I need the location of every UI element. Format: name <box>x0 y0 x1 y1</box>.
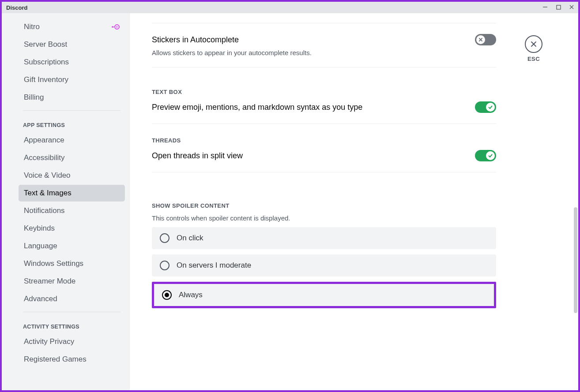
sidebar-item-label: Server Boost <box>24 40 67 49</box>
sidebar-item-label: Advanced <box>24 295 57 303</box>
section-description-spoiler: This controls when spoiler content is di… <box>152 214 496 222</box>
sidebar-item-subscriptions[interactable]: Subscriptions <box>19 54 125 71</box>
toggle-knob <box>476 35 485 44</box>
window-close-button[interactable] <box>568 4 576 11</box>
sidebar-item-label: Subscriptions <box>24 58 69 67</box>
sidebar-divider <box>23 312 121 312</box>
spoiler-option-servers-moderate[interactable]: On servers I moderate <box>152 254 496 276</box>
radio-icon <box>160 261 169 270</box>
window-maximize-button[interactable] <box>554 4 562 11</box>
toggle-threads-split-view[interactable] <box>475 150 496 161</box>
close-settings-button[interactable] <box>525 35 542 53</box>
sidebar-item-label: Nitro <box>24 22 40 31</box>
close-column: ESC <box>514 13 554 390</box>
section-header-text-box: TEXT BOX <box>152 89 496 95</box>
window-titlebar: Discord <box>2 2 578 13</box>
section-header-spoiler: SHOW SPOILER CONTENT <box>152 202 496 209</box>
settings-content: Stickers in Autocomplete Allows stickers… <box>130 13 514 390</box>
highlight-selected-option: Always <box>152 282 496 308</box>
radio-label: On servers I moderate <box>177 261 251 270</box>
sidebar-item-notifications[interactable]: Notifications <box>19 202 125 219</box>
sidebar-item-label: Registered Games <box>24 355 87 364</box>
radio-label: On click <box>177 234 203 243</box>
sidebar-item-label: Voice & Video <box>24 171 71 180</box>
radio-label: Always <box>179 291 203 299</box>
sidebar-item-text-images[interactable]: Text & Images <box>19 185 125 202</box>
sidebar-item-label: Notifications <box>24 206 65 215</box>
setting-title: Stickers in Autocomplete <box>152 35 239 45</box>
svg-point-5 <box>116 26 117 27</box>
setting-title: Open threads in split view <box>152 151 243 161</box>
sidebar-item-server-boost[interactable]: Server Boost <box>19 36 125 53</box>
sidebar-item-advanced[interactable]: Advanced <box>19 291 125 307</box>
close-icon <box>530 41 537 48</box>
window-minimize-button[interactable] <box>541 4 549 11</box>
sidebar-item-label: Accessibility <box>24 153 65 162</box>
setting-stickers-autocomplete: Stickers in Autocomplete Allows stickers… <box>152 23 496 67</box>
sidebar-item-windows-settings[interactable]: Windows Settings <box>19 255 125 272</box>
window-controls <box>541 4 576 11</box>
sidebar-item-label: Gift Inventory <box>24 75 68 84</box>
sidebar-item-gift-inventory[interactable]: Gift Inventory <box>19 71 125 88</box>
esc-label: ESC <box>514 56 554 62</box>
toggle-stickers-autocomplete[interactable] <box>475 34 496 45</box>
sidebar-item-registered-games[interactable]: Registered Games <box>19 351 125 368</box>
sidebar-item-language[interactable]: Language <box>19 238 125 254</box>
sidebar-item-label: Appearance <box>24 136 64 145</box>
svg-rect-6 <box>112 26 114 28</box>
app-name: Discord <box>6 4 27 11</box>
spoiler-option-on-click[interactable]: On click <box>152 227 496 249</box>
scrollbar-thumb[interactable] <box>574 207 577 313</box>
setting-description: Allows stickers to appear in your autoco… <box>152 49 496 56</box>
sidebar-item-accessibility[interactable]: Accessibility <box>19 149 125 166</box>
nitro-icon <box>112 23 120 31</box>
sidebar-item-label: Activity Privacy <box>24 337 74 346</box>
setting-threads-split-view: Open threads in split view <box>152 144 496 172</box>
radio-icon <box>162 290 172 300</box>
sidebar-item-streamer-mode[interactable]: Streamer Mode <box>19 273 125 290</box>
setting-preview-typing: Preview emoji, mentions, and markdown sy… <box>152 95 496 123</box>
section-header-threads: THREADS <box>152 137 496 144</box>
spoiler-option-always[interactable]: Always <box>154 284 494 306</box>
toggle-preview-typing[interactable] <box>475 101 496 113</box>
sidebar-item-label: Streamer Mode <box>24 277 75 286</box>
setting-title: Preview emoji, mentions, and markdown sy… <box>152 103 362 112</box>
sidebar-header-app-settings: APP SETTINGS <box>19 112 125 132</box>
sidebar-item-activity-privacy[interactable]: Activity Privacy <box>19 333 125 350</box>
sidebar-item-nitro[interactable]: Nitro <box>19 19 125 35</box>
sidebar-header-activity-settings: ACTIVITY SETTINGS <box>19 314 125 333</box>
sidebar-item-label: Keybinds <box>24 224 55 233</box>
sidebar-item-label: Text & Images <box>24 189 72 198</box>
toggle-knob <box>486 151 495 160</box>
settings-sidebar: Nitro Server Boost Subscriptions Gift In… <box>2 13 130 390</box>
sidebar-item-billing[interactable]: Billing <box>19 89 125 106</box>
sidebar-item-keybinds[interactable]: Keybinds <box>19 220 125 237</box>
radio-icon <box>160 233 169 243</box>
sidebar-item-voice-video[interactable]: Voice & Video <box>19 167 125 184</box>
sidebar-item-label: Windows Settings <box>24 259 83 268</box>
svg-rect-1 <box>557 5 561 9</box>
sidebar-item-appearance[interactable]: Appearance <box>19 132 125 149</box>
toggle-knob <box>486 103 495 112</box>
sidebar-item-label: Billing <box>24 93 44 102</box>
sidebar-divider <box>23 110 121 111</box>
sidebar-item-label: Language <box>24 242 57 250</box>
